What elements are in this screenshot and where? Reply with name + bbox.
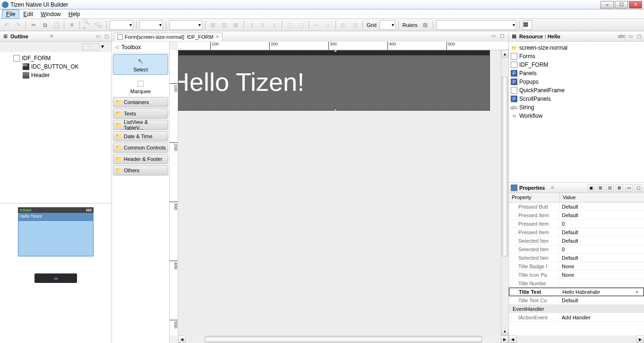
prop-row[interactable]: Title Icon PaNone (509, 271, 644, 279)
scroll-left[interactable]: ◀ (178, 335, 186, 343)
prop-row[interactable]: Pressed ButtDefault (509, 202, 644, 211)
menu-help[interactable]: Help (65, 10, 84, 18)
scroll-thumb[interactable] (205, 336, 482, 343)
cat-others[interactable]: 📁Others (113, 165, 168, 176)
outline-min-icon[interactable]: ▭ (94, 33, 101, 40)
prop-row[interactable]: Selected ItenDefault (509, 237, 644, 245)
dist-2[interactable]: ⬚ (296, 20, 306, 30)
maximize-button[interactable]: ☐ (615, 1, 628, 9)
props-min-icon[interactable]: ▭ (625, 184, 633, 192)
tool-select[interactable]: ↖ Select (113, 54, 168, 75)
zoom-in-button[interactable]: 🔍+ (83, 20, 92, 30)
outline-menu[interactable]: ▾ (101, 43, 109, 51)
outline-item-form[interactable]: IDF_FORM (2, 54, 110, 62)
prop-row[interactable]: IActionEventAdd Handler (509, 313, 644, 322)
cat-datetime[interactable]: 📁Date & Time (113, 131, 168, 141)
combo-wide[interactable]: ▾ (436, 20, 516, 30)
preview-ok-button[interactable]: ok (34, 273, 77, 283)
combo-2[interactable]: ▾ (139, 20, 163, 30)
props-btn-4[interactable]: ⊠ (616, 184, 623, 192)
outline-item-header[interactable]: Header (2, 71, 110, 79)
delete-button[interactable]: ✖ (67, 20, 77, 30)
size-4[interactable]: ⊐ (350, 20, 360, 30)
scrollbar-horizontal[interactable]: ◀ ▶ (178, 335, 508, 343)
resource-item[interactable]: PPopups (511, 78, 642, 86)
align-4[interactable]: ⫴ (247, 20, 256, 30)
minimize-button[interactable]: ‒ (601, 1, 614, 9)
align-2[interactable]: ⊟ (220, 20, 229, 30)
editor-min-icon[interactable]: ▭ (491, 33, 498, 40)
resource-item[interactable]: ⟲Workflow (511, 112, 642, 120)
outline-max-icon[interactable]: ▢ (103, 33, 110, 40)
props-btn-2[interactable]: ⊞ (597, 184, 604, 192)
cat-common[interactable]: 📁Common Controls (113, 142, 168, 153)
resource-btn-1[interactable]: abc (618, 33, 625, 40)
resource-min-icon[interactable]: ▭ (627, 33, 634, 40)
properties-close-icon[interactable]: ✕ (550, 185, 554, 190)
align-5[interactable]: ⫴ (258, 20, 267, 30)
resource-item[interactable]: abcString (511, 103, 642, 112)
prop-row[interactable]: Pressed ItemDefault (509, 211, 644, 220)
undo-button[interactable]: ↶ (2, 20, 11, 30)
rulers-toggle[interactable]: ⊞ (421, 20, 430, 30)
toolbox-collapse-icon[interactable]: ◁ (115, 44, 119, 50)
prop-row[interactable]: Title Numbe (509, 279, 644, 288)
resource-item[interactable]: IDF_FORM (511, 61, 642, 69)
paste-button[interactable]: 📋 (52, 20, 61, 30)
resource-item[interactable]: PScrollPanels (511, 95, 642, 103)
canvas-content[interactable]: Hello Tizen! (178, 50, 501, 335)
copy-button[interactable]: ⧉ (40, 20, 50, 30)
props-max-icon[interactable]: ▢ (635, 184, 642, 192)
tool-marquee[interactable]: ⬚ Marquee (112, 76, 169, 97)
scroll-track[interactable] (516, 335, 636, 343)
col-value[interactable]: Value (560, 193, 578, 202)
scroll-right[interactable]: ▶ (501, 335, 508, 343)
outline-close-icon[interactable]: ✕ (50, 33, 54, 39)
cat-texts[interactable]: 📁Texts (113, 108, 168, 119)
scroll-left[interactable]: ◀ (509, 335, 516, 343)
scrollbar-vertical[interactable]: ▲ ▼ (501, 50, 508, 335)
menu-window[interactable]: Window (37, 10, 65, 18)
close-button[interactable]: ✕ (629, 1, 642, 9)
props-btn-3[interactable]: ⊟ (606, 184, 614, 192)
toolbar-end[interactable]: ▦ (523, 20, 532, 30)
cat-containers[interactable]: 📁Containers (113, 97, 168, 107)
size-3[interactable]: ⊏ (339, 20, 348, 30)
selection-handle[interactable] (334, 50, 337, 52)
resource-max-icon[interactable]: ▢ (635, 33, 642, 40)
align-3[interactable]: ⊠ (231, 20, 240, 30)
form-rect[interactable]: Hello Tizen! (178, 50, 490, 329)
prop-row[interactable]: Title Text CoDefault (509, 296, 644, 305)
menu-file[interactable]: File (2, 9, 19, 19)
cut-button[interactable]: ✂ (29, 20, 38, 30)
scroll-down[interactable]: ▼ (501, 328, 508, 335)
combo-3[interactable]: ▾ (169, 20, 202, 30)
resource-item[interactable]: PPanels (511, 69, 642, 78)
tab-close-icon[interactable]: ✕ (215, 34, 219, 39)
align-1[interactable]: ⊞ (208, 20, 218, 30)
props-btn-1[interactable]: ▣ (587, 184, 595, 192)
align-6[interactable]: ⫴ (269, 20, 279, 30)
prop-row[interactable]: Selected ItenDefault (509, 254, 644, 262)
size-2[interactable]: ↕ (323, 20, 333, 30)
cat-headerfooter[interactable]: 📁Header & Footer (113, 154, 168, 164)
outline-btn-2[interactable] (92, 43, 99, 51)
zoom-out-button[interactable]: 🔍- (94, 20, 103, 30)
toolbox-header[interactable]: ◁ Toolbox (112, 42, 169, 53)
form-header[interactable]: Hello Tizen! (178, 50, 490, 111)
dropdown-icon[interactable]: ▾ (636, 290, 644, 294)
menu-edit[interactable]: Edit (19, 10, 37, 18)
scroll-right[interactable]: ▶ (636, 335, 644, 343)
redo-button[interactable]: ↷ (13, 20, 23, 30)
prop-row[interactable]: Pressed ItemDefault (509, 228, 644, 237)
prop-section-eventhandler[interactable]: EventHandler (509, 305, 644, 313)
scroll-up[interactable]: ▲ (501, 50, 508, 58)
outline-btn-1[interactable] (82, 43, 90, 51)
editor-max-icon[interactable]: ▢ (500, 33, 507, 40)
selection-handle[interactable] (334, 109, 337, 111)
outline-item-button[interactable]: Btn IDC_BUTTON_OK (2, 62, 110, 71)
grid-combo[interactable]: ▾ (379, 20, 395, 30)
resource-item[interactable]: QuickPanelFrame (511, 86, 642, 95)
prop-row-title-text[interactable]: Title TextHello Habrahabr▾ (509, 288, 644, 296)
col-property[interactable]: Property (509, 193, 560, 202)
